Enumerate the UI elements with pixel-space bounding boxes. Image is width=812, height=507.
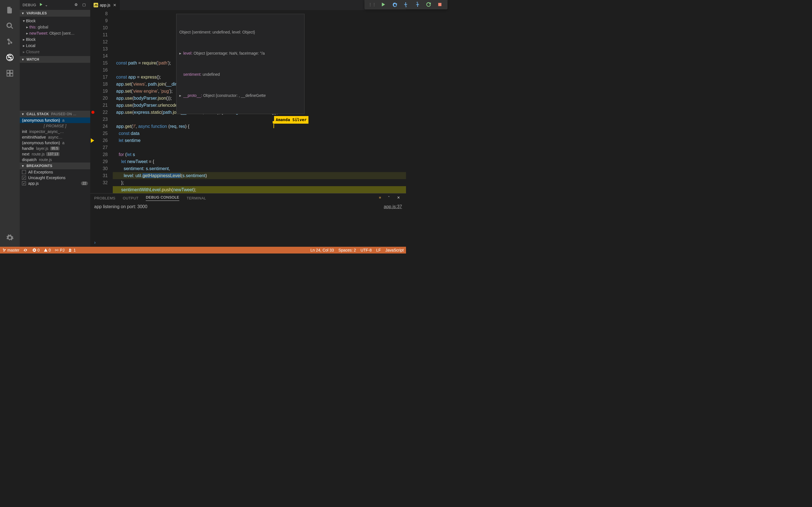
start-debug-button[interactable] [39, 3, 43, 7]
step-over-button[interactable] [391, 1, 399, 8]
callstack-frame[interactable]: (anonymous function)a [20, 140, 90, 146]
variables-tree[interactable]: ▾Block ▸this:global ▸newTweet:Object {se… [20, 17, 90, 56]
watch-header[interactable]: ▾ WATCH [20, 56, 90, 63]
hover-prop-proto[interactable]: ▸ __proto__: Object {constructor: , __de… [176, 92, 304, 99]
error-icon [33, 248, 36, 252]
status-branch[interactable]: master [2, 248, 19, 252]
tab-app-js[interactable]: JS app.js ✕ [90, 0, 120, 10]
hover-header: Object {sentiment: undefined, level: Obj… [176, 29, 304, 36]
debug-console-input[interactable]: › [90, 240, 406, 247]
chevron-down-icon: ▾ [22, 57, 25, 61]
sidebar-title: DEBUG [22, 3, 36, 7]
status-bar: master 0 0 PJ 1 Ln 24, Col 33 Spaces: 2 … [0, 247, 406, 253]
code-line[interactable] [113, 116, 406, 123]
var-this[interactable]: ▸this:global [20, 24, 90, 30]
scm-icon[interactable] [3, 35, 17, 48]
hover-prop-sentiment[interactable]: sentiment: undefined [176, 71, 304, 78]
debug-toolbar[interactable]: ⋮⋮ [364, 0, 406, 9]
output-source-link[interactable]: app.js:37 [384, 204, 402, 209]
warning-icon [44, 248, 48, 252]
status-cursor-pos[interactable]: Ln 24, Col 33 [310, 248, 334, 252]
panel-tabs: PROBLEMS OUTPUT DEBUG CONSOLE TERMINAL ˄… [90, 193, 406, 203]
var-newtweet[interactable]: ▸newTweet:Object {sent… [20, 30, 90, 36]
broadcast-icon [55, 248, 59, 252]
debug-console-output[interactable]: app listening on port: 3000 app.js:37 [90, 203, 406, 240]
code-line[interactable]: let newTweet = { [113, 158, 406, 165]
search-icon[interactable] [3, 19, 17, 33]
bp-file-appjs[interactable]: app.js22 [20, 180, 90, 186]
panel-filter-icon[interactable] [379, 195, 384, 201]
chevron-down-icon: ▾ [22, 11, 25, 15]
callstack-frame[interactable]: emitInitNativeasync… [20, 134, 90, 140]
callstack-body[interactable]: (anonymous function)a [ PROMISE ] initin… [20, 117, 90, 163]
variables-header[interactable]: ▾ VARIABLES [20, 10, 90, 17]
callstack-frame[interactable]: dispatchroute.js [20, 157, 90, 163]
hover-prop-level[interactable]: ▸ level: Object {percentage: NaN, faceIm… [176, 50, 304, 57]
callstack-frame[interactable]: handlelayer.js95:5 [20, 146, 90, 151]
code-line[interactable] [113, 144, 406, 151]
bottom-panel: PROBLEMS OUTPUT DEBUG CONSOLE TERMINAL ˄… [90, 193, 406, 247]
liveshare-user-tag: Amanda Silver [274, 116, 308, 124]
callstack-header[interactable]: ▾ CALL STACK PAUSED ON … [20, 111, 90, 117]
tab-label: app.js [100, 3, 110, 7]
watch-body[interactable] [20, 63, 90, 111]
scope-block-2[interactable]: ▸Block [20, 36, 90, 43]
callstack-promise-sep: [ PROMISE ] [20, 123, 90, 129]
svg-point-4 [69, 249, 70, 250]
editor-tabs: JS app.js ✕ ⧉ ◫ ⋯ [90, 0, 406, 10]
panel-close-icon[interactable]: ✕ [397, 195, 402, 201]
status-sync[interactable] [23, 248, 29, 252]
bp-uncaught-exceptions[interactable]: Uncaught Exceptions [20, 175, 90, 180]
status-language[interactable]: JavaScript [386, 248, 404, 252]
panel-tab-terminal[interactable]: TERMINAL [187, 196, 206, 200]
code-line[interactable]: }; [113, 179, 406, 186]
scope-closure[interactable]: ▸Closure [20, 49, 90, 55]
liveshare-cursor [273, 122, 274, 128]
code-line[interactable]: sentimentWithLevel.push(newTweet); [113, 186, 406, 193]
debug-config-chevron-icon[interactable]: ⌄ [45, 3, 48, 7]
callstack-frame[interactable]: (anonymous function)a [20, 117, 90, 123]
code-line[interactable]: app.get('/', async function (req, res) { [113, 123, 406, 130]
code-line[interactable]: sentiment: s.sentiment, [113, 165, 406, 172]
sidebar-header: DEBUG ⌄ ⚙ ▢ [20, 0, 90, 10]
continue-button[interactable] [379, 1, 388, 8]
status-participants[interactable]: 1 [68, 248, 76, 252]
svg-point-3 [56, 249, 57, 251]
debug-icon[interactable] [3, 51, 17, 64]
step-into-button[interactable] [402, 1, 406, 8]
explorer-icon[interactable] [3, 3, 17, 17]
breakpoints-header[interactable]: ▾ BREAKPOINTS [20, 163, 90, 169]
panel-collapse-icon[interactable]: ˄ [388, 195, 393, 201]
status-encoding[interactable]: UTF-8 [361, 248, 372, 252]
drag-grip-icon[interactable]: ⋮⋮ [366, 2, 378, 7]
settings-gear-icon[interactable] [3, 231, 17, 244]
code-line[interactable]: let sentime [113, 137, 406, 144]
status-errors[interactable]: 0 [33, 248, 40, 252]
code-editor[interactable]: 8910111213141516171819202122232425262728… [90, 10, 406, 193]
branch-icon [2, 248, 6, 252]
debug-console-icon[interactable]: ▢ [82, 3, 87, 8]
status-liveshare[interactable]: PJ [55, 248, 64, 252]
code-line[interactable]: level: util.getHappinessLevel(s.sentimen… [113, 172, 406, 179]
code-line[interactable]: for (let s [113, 151, 406, 158]
callstack-frame[interactable]: initinspector_async_… [20, 129, 90, 134]
bp-all-exceptions[interactable]: All Exceptions [20, 169, 90, 175]
debug-hover-tooltip[interactable]: Object {sentiment: undefined, level: Obj… [176, 14, 305, 114]
activity-bar [0, 0, 20, 247]
status-warnings[interactable]: 0 [44, 248, 51, 252]
breakpoints-body[interactable]: All Exceptions Uncaught Exceptions app.j… [20, 169, 90, 186]
panel-tab-debug-console[interactable]: DEBUG CONSOLE [146, 195, 179, 201]
scope-local[interactable]: ▸Local [20, 43, 90, 49]
status-eol[interactable]: LF [376, 248, 380, 252]
close-tab-icon[interactable]: ✕ [113, 3, 116, 7]
panel-tab-problems[interactable]: PROBLEMS [94, 196, 115, 200]
sync-icon [23, 248, 28, 252]
callstack-frame[interactable]: nextroute.js137:13 [20, 151, 90, 157]
panel-tab-output[interactable]: OUTPUT [123, 196, 139, 200]
people-icon [68, 248, 72, 252]
code-line[interactable]: const data [113, 130, 406, 137]
status-indent[interactable]: Spaces: 2 [338, 248, 356, 252]
extensions-icon[interactable] [3, 66, 17, 80]
scope-block[interactable]: ▾Block [20, 18, 90, 24]
debug-settings-gear-icon[interactable]: ⚙ [74, 3, 80, 8]
